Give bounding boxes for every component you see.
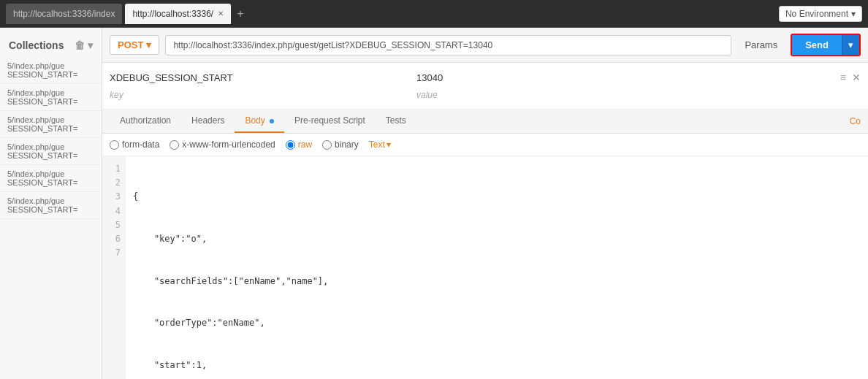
collections-header: Collections 🗑 ▾: [0, 34, 102, 57]
send-dropdown-button[interactable]: ▾: [842, 35, 859, 55]
tab-authorization[interactable]: Authorization: [110, 110, 181, 133]
raw-type-chevron-icon: ▾: [387, 139, 391, 150]
env-selector-container: No Environment ▾: [779, 6, 862, 22]
list-item[interactable]: 5/index.php/gueSESSION_START=: [0, 57, 102, 84]
code-line-4: "orderType":"enName",: [133, 316, 861, 330]
tab-headers[interactable]: Headers: [181, 110, 235, 133]
line-num-3: 3: [107, 190, 121, 204]
list-item[interactable]: 5/index.php/gueSESSION_START=: [0, 138, 102, 165]
request-bar: POST ▾ Params Send ▾: [102, 28, 868, 63]
method-chevron-icon: ▾: [146, 39, 151, 50]
code-line-2: "key":"o",: [133, 232, 861, 246]
right-panel-toggle[interactable]: Co: [850, 116, 861, 126]
line-num-4: 4: [107, 204, 121, 218]
line-num-5: 5: [107, 218, 121, 232]
send-button-group: Send ▾: [791, 34, 861, 56]
tab-label-active: http://localhost:3336/: [132, 9, 213, 19]
param-actions: ≡ ✕: [840, 72, 861, 83]
sidebar-chevron-icon[interactable]: ▾: [88, 39, 93, 51]
params-button[interactable]: Params: [737, 35, 785, 55]
tab-authorization-label: Authorization: [120, 115, 171, 126]
main-layout: Collections 🗑 ▾ 5/index.php/gueSESSION_S…: [0, 28, 868, 379]
binary-option[interactable]: binary: [322, 139, 359, 150]
line-num-1: 1: [107, 162, 121, 176]
code-content[interactable]: { "key":"o", "searchFields":["enName","n…: [126, 156, 868, 379]
tab-body[interactable]: Body: [235, 110, 284, 133]
trash-icon[interactable]: 🗑: [75, 39, 85, 51]
code-line-3: "searchFields":["enName","name"],: [133, 275, 861, 288]
environment-selector[interactable]: No Environment ▾: [779, 6, 862, 22]
tab-headers-label: Headers: [191, 115, 224, 126]
request-tabs: Authorization Headers Body Pre-request S…: [102, 110, 868, 134]
param-key-placeholder: key: [110, 89, 416, 100]
tab-inactive[interactable]: http://localhost:3336/index: [6, 4, 122, 24]
key-placeholder-text: key: [110, 90, 123, 100]
body-options: form-data x-www-form-urlencoded raw bina…: [102, 134, 868, 156]
method-label: POST: [118, 39, 143, 50]
env-chevron-icon: ▾: [851, 9, 856, 19]
tab-close-icon[interactable]: ✕: [218, 9, 224, 18]
param-value-placeholder: value: [416, 89, 861, 100]
param-row-empty: key value: [110, 86, 861, 103]
tab-pre-request[interactable]: Pre-request Script: [284, 110, 376, 133]
form-data-radio[interactable]: [110, 140, 119, 150]
code-editor: 1 2 3 4 5 6 7 { "key":"o", "searchFields…: [102, 156, 868, 379]
raw-option[interactable]: raw: [286, 139, 312, 150]
code-line-5: "start":1,: [133, 359, 861, 372]
add-tab-button[interactable]: +: [237, 7, 243, 20]
raw-type-selector[interactable]: Text ▾: [369, 139, 391, 150]
line-num-7: 7: [107, 246, 121, 260]
param-row-1: XDEBUG_SESSION_START 13040 ≡ ✕: [110, 69, 861, 86]
param-value-1: 13040: [416, 72, 840, 83]
sidebar: Collections 🗑 ▾ 5/index.php/gueSESSION_S…: [0, 28, 102, 379]
url-input[interactable]: [165, 35, 731, 55]
param-options-button[interactable]: ≡: [840, 72, 846, 83]
line-numbers: 1 2 3 4 5 6 7: [102, 156, 126, 379]
tab-tests[interactable]: Tests: [376, 110, 416, 133]
urlencoded-option[interactable]: x-www-form-urlencoded: [170, 139, 275, 150]
send-chevron-icon: ▾: [848, 39, 853, 50]
top-bar: http://localhost:3336/index http://local…: [0, 0, 868, 28]
value-placeholder-text: value: [416, 90, 438, 100]
content-area: POST ▾ Params Send ▾ XDEBUG_SESSION_STAR…: [102, 28, 868, 379]
list-item[interactable]: 5/index.php/gueSESSION_START=: [0, 165, 102, 192]
urlencoded-radio[interactable]: [170, 140, 179, 150]
urlencoded-label: x-www-form-urlencoded: [182, 139, 275, 150]
sidebar-items-list: 5/index.php/gueSESSION_START= 5/index.ph…: [0, 57, 102, 373]
tab-active[interactable]: http://localhost:3336/ ✕: [125, 4, 231, 24]
send-button[interactable]: Send: [792, 35, 842, 55]
env-label: No Environment: [785, 9, 848, 19]
tab-label: http://localhost:3336/index: [13, 9, 115, 19]
form-data-option[interactable]: form-data: [110, 139, 159, 150]
binary-label: binary: [335, 139, 359, 150]
method-selector[interactable]: POST ▾: [110, 35, 159, 55]
list-item[interactable]: 5/index.php/gueSESSION_START=: [0, 192, 102, 219]
tab-tests-label: Tests: [386, 115, 406, 126]
form-data-label: form-data: [122, 139, 159, 150]
param-key-1: XDEBUG_SESSION_START: [110, 72, 416, 83]
binary-radio[interactable]: [322, 140, 332, 150]
list-item[interactable]: 5/index.php/gueSESSION_START=: [0, 84, 102, 111]
params-section: XDEBUG_SESSION_START 13040 ≡ ✕ key value: [102, 63, 868, 110]
list-item[interactable]: 5/index.php/gueSESSION_START=: [0, 111, 102, 138]
body-dot-indicator: [270, 119, 274, 123]
tab-pre-request-label: Pre-request Script: [294, 115, 365, 126]
raw-type-label: Text: [369, 139, 385, 150]
line-num-2: 2: [107, 176, 121, 190]
raw-label: raw: [298, 139, 312, 150]
collections-title: Collections: [9, 39, 64, 51]
sidebar-actions: 🗑 ▾: [75, 39, 93, 51]
line-num-6: 6: [107, 232, 121, 246]
param-delete-button[interactable]: ✕: [852, 72, 861, 83]
raw-radio[interactable]: [286, 140, 295, 150]
tab-body-label: Body: [245, 115, 264, 126]
code-line-1: {: [133, 190, 861, 204]
